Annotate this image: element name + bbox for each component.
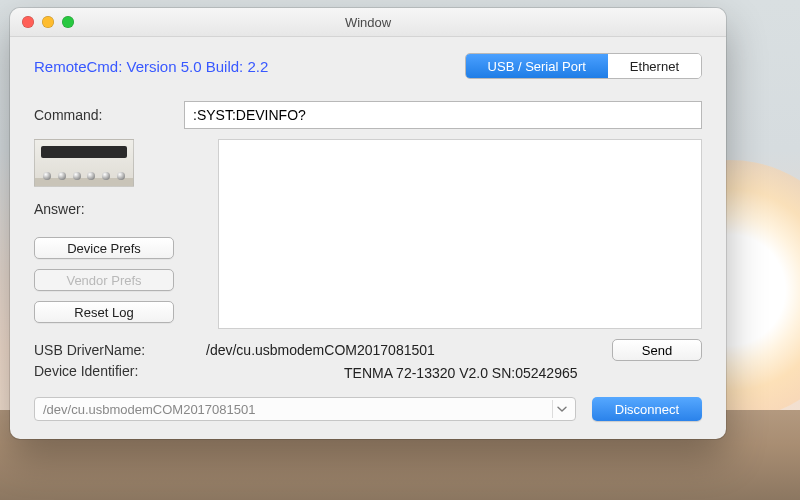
app-window: Window RemoteCmd: Version 5.0 Build: 2.2… — [10, 8, 726, 439]
desktop-background: Window RemoteCmd: Version 5.0 Build: 2.2… — [0, 0, 800, 500]
window-title: Window — [10, 15, 726, 30]
title-bar[interactable]: Window — [10, 8, 726, 37]
send-button[interactable]: Send — [612, 339, 702, 361]
tab-usb-serial[interactable]: USB / Serial Port — [466, 54, 608, 78]
port-select-value: /dev/cu.usbmodemCOM2017081501 — [43, 402, 255, 417]
driver-name-label: USB DriverName: — [34, 342, 206, 358]
command-label: Command: — [34, 107, 184, 123]
connection-tabs: USB / Serial Port Ethernet — [465, 53, 702, 79]
tab-ethernet[interactable]: Ethernet — [608, 54, 701, 78]
port-select[interactable]: /dev/cu.usbmodemCOM2017081501 — [34, 397, 576, 421]
answer-label: Answer: — [34, 201, 214, 217]
vendor-prefs-button: Vendor Prefs — [34, 269, 174, 291]
disconnect-button[interactable]: Disconnect — [592, 397, 702, 421]
command-input[interactable] — [184, 101, 702, 129]
device-prefs-button[interactable]: Device Prefs — [34, 237, 174, 259]
version-label: RemoteCmd: Version 5.0 Build: 2.2 — [34, 58, 268, 75]
driver-name-value: /dev/cu.usbmodemCOM2017081501 — [206, 342, 435, 358]
answer-log[interactable] — [218, 139, 702, 329]
device-thumbnail — [34, 139, 134, 187]
chevron-down-icon — [552, 400, 571, 418]
reset-log-button[interactable]: Reset Log — [34, 301, 174, 323]
